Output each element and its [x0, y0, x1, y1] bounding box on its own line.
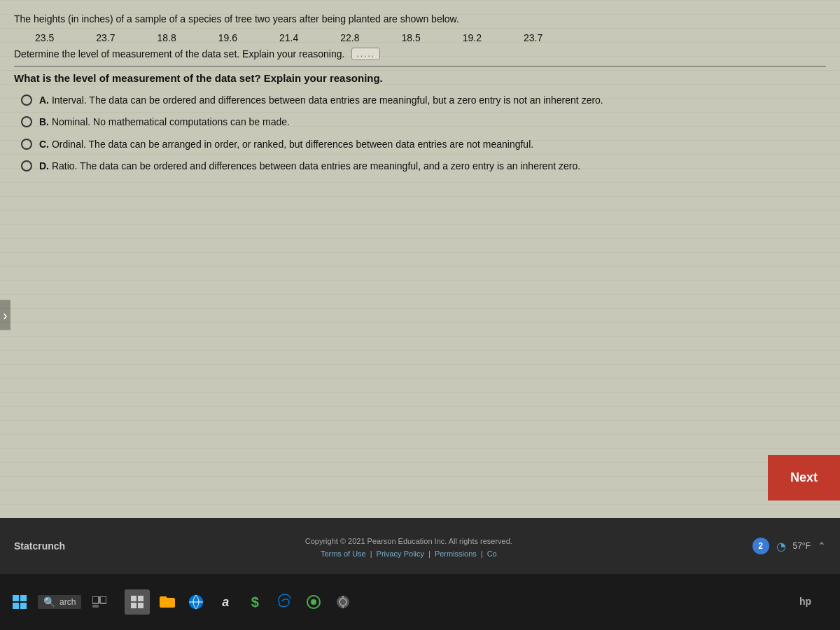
footer-links: Terms of Use | Privacy Policy | Permissi…: [65, 550, 752, 558]
quiz-container: The heights (in inches) of a sample of a…: [0, 0, 840, 518]
taskbar-app-grid[interactable]: [125, 589, 150, 615]
data-value-4: 19.6: [218, 32, 237, 43]
taskbar-search-area[interactable]: 🔍 arch: [38, 595, 81, 609]
option-c-label: C. Ordinal. The data can be arranged in …: [39, 138, 533, 152]
taskbar-app-settings[interactable]: [301, 589, 326, 615]
footer-center: Copyright © 2021 Pearson Education Inc. …: [65, 534, 752, 558]
sidebar-arrow[interactable]: ›: [0, 300, 10, 330]
next-button[interactable]: Next: [768, 455, 840, 500]
taskbar-app-browser[interactable]: [183, 589, 209, 615]
option-d-label: D. Ratio. The data can be ordered and di…: [39, 160, 580, 174]
radio-c[interactable]: [21, 139, 32, 150]
instruction-row: Determine the level of measurement of th…: [14, 48, 826, 60]
hp-logo: hp: [798, 594, 819, 610]
svg-rect-2: [13, 603, 19, 609]
data-value-9: 23.7: [524, 32, 542, 43]
data-value-7: 18.5: [402, 32, 421, 43]
option-c-id: C.: [39, 139, 49, 150]
option-b-label: B. Nominal. No mathematical computations…: [39, 115, 290, 130]
option-c-text: Ordinal. The data can be arranged in ord…: [52, 139, 533, 150]
taskbar-apps: a $: [125, 589, 356, 615]
divider: [14, 66, 826, 66]
option-b-id: B.: [39, 116, 49, 127]
search-icon: 🔍: [43, 596, 55, 608]
data-value-2: 23.7: [96, 32, 115, 43]
search-text: arch: [59, 597, 76, 607]
option-d[interactable]: D. Ratio. The data can be ordered and di…: [21, 160, 826, 174]
separator-2: |: [428, 550, 430, 558]
radio-a[interactable]: [21, 94, 32, 106]
option-a[interactable]: A. Interval. The data can be ordered and…: [21, 94, 826, 108]
options-list: A. Interval. The data can be ordered and…: [21, 94, 826, 174]
option-d-text: Ratio. The data can be ordered and diffe…: [52, 160, 580, 172]
taskbar-app-edge[interactable]: [272, 589, 297, 615]
svg-rect-5: [100, 596, 106, 603]
taskbar-app-misc[interactable]: [330, 589, 356, 615]
option-a-text: Interval. The data can be ordered and di…: [52, 94, 603, 106]
svg-rect-10: [138, 603, 144, 608]
option-a-id: A.: [39, 94, 49, 106]
terms-link[interactable]: Terms of Use: [321, 550, 366, 558]
svg-rect-6: [92, 605, 99, 608]
svg-text:hp: hp: [799, 596, 811, 607]
taskbar-app-finance[interactable]: $: [242, 589, 267, 615]
question-text: What is the level of measurement of the …: [14, 72, 826, 84]
copyright-text: Copyright © 2021 Pearson Education Inc. …: [305, 537, 512, 545]
svg-rect-8: [138, 596, 144, 601]
windows-icon[interactable]: [7, 589, 32, 615]
data-value-3: 18.8: [158, 32, 176, 43]
instruction-text: Determine the level of measurement of th…: [14, 48, 344, 59]
notification-badge: 2: [752, 538, 769, 554]
svg-rect-1: [20, 595, 27, 601]
task-view-icon[interactable]: [87, 589, 112, 615]
svg-rect-4: [92, 596, 99, 603]
option-c[interactable]: C. Ordinal. The data can be arranged in …: [21, 138, 826, 152]
data-value-6: 22.8: [340, 32, 359, 43]
intro-text: The heights (in inches) of a sample of a…: [14, 13, 826, 27]
co-link[interactable]: Co: [487, 550, 497, 558]
dots-button[interactable]: .....: [351, 48, 380, 60]
option-a-label: A. Interval. The data can be ordered and…: [39, 94, 603, 108]
privacy-link[interactable]: Privacy Policy: [377, 550, 424, 558]
option-d-id: D.: [39, 160, 49, 172]
data-values-row: 23.5 23.7 18.8 19.6 21.4 22.8 18.5 19.2 …: [35, 32, 826, 43]
svg-rect-0: [13, 595, 19, 601]
option-b[interactable]: B. Nominal. No mathematical computations…: [21, 115, 826, 130]
svg-rect-3: [20, 603, 27, 609]
svg-point-14: [311, 599, 316, 605]
radio-b[interactable]: [21, 116, 32, 127]
data-value-1: 23.5: [35, 32, 54, 43]
taskbar-app-files[interactable]: [154, 589, 179, 615]
chevron-up-icon: ⌃: [818, 540, 826, 552]
radio-d[interactable]: [21, 160, 32, 172]
bottom-bar: Statcrunch Copyright © 2021 Pearson Educ…: [0, 518, 840, 574]
permissions-link[interactable]: Permissions: [435, 550, 477, 558]
taskbar-app-a[interactable]: a: [213, 589, 238, 615]
temperature: 57°F: [793, 541, 811, 551]
svg-rect-9: [131, 603, 136, 608]
separator-1: |: [370, 550, 372, 558]
weather-icon: ◔: [776, 540, 786, 553]
data-value-8: 19.2: [463, 32, 482, 43]
taskbar: 🔍 arch: [0, 574, 840, 630]
data-value-5: 21.4: [279, 32, 298, 43]
statcrunch-label: Statcrunch: [14, 540, 65, 552]
option-b-text: Nominal. No mathematical computations ca…: [52, 116, 290, 127]
svg-rect-7: [131, 596, 136, 601]
separator-3: |: [481, 550, 483, 558]
taskbar-right-area: 2 ◔ 57°F ⌃: [752, 538, 826, 554]
